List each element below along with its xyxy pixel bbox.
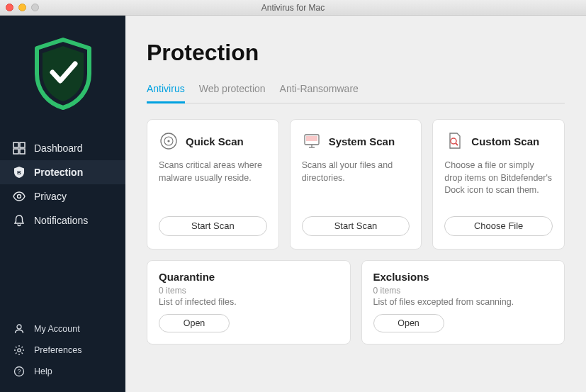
svg-point-12 xyxy=(167,140,169,142)
main: Protection Antivirus Web protection Anti… xyxy=(125,16,586,392)
tab-web-protection[interactable]: Web protection xyxy=(199,83,266,103)
svg-point-6 xyxy=(17,325,21,329)
tabs: Antivirus Web protection Anti-Ransomware xyxy=(147,83,565,103)
card-system-scan: System Scan Scans all your files and dir… xyxy=(290,119,422,250)
minimize-window-button[interactable] xyxy=(18,4,26,11)
nav-main: Dashboard B Protection Privacy Notificat… xyxy=(0,136,125,233)
sidebar-item-label: Help xyxy=(34,366,52,376)
traffic-lights xyxy=(6,4,39,11)
tab-antivirus[interactable]: Antivirus xyxy=(147,83,185,103)
card-title: Exclusions xyxy=(373,271,553,283)
open-quarantine-button[interactable]: Open xyxy=(159,314,230,332)
start-quick-scan-button[interactable]: Start Scan xyxy=(159,216,267,236)
sidebar-item-label: Privacy xyxy=(34,191,67,202)
card-title: System Scan xyxy=(329,135,395,147)
scan-cards-row: Quick Scan Scans critical areas where ma… xyxy=(147,119,565,250)
shield-icon: B xyxy=(13,166,26,179)
svg-line-18 xyxy=(456,143,458,145)
eye-icon xyxy=(13,190,26,203)
svg-point-7 xyxy=(18,349,21,352)
svg-rect-14 xyxy=(306,136,317,141)
fullscreen-window-button[interactable] xyxy=(31,4,39,11)
sidebar-item-my-account[interactable]: My Account xyxy=(0,318,125,340)
info-cards-row: Quarantine 0 items List of infected file… xyxy=(147,260,565,345)
gear-icon xyxy=(13,344,26,357)
target-icon xyxy=(159,131,179,151)
dashboard-icon xyxy=(13,142,26,155)
start-system-scan-button[interactable]: Start Scan xyxy=(302,216,410,236)
bell-icon xyxy=(13,214,26,227)
sidebar-item-label: My Account xyxy=(34,324,80,334)
sidebar-item-label: Protection xyxy=(34,167,83,178)
nav-bottom: My Account Preferences ? Help xyxy=(0,318,125,392)
svg-point-17 xyxy=(451,138,456,144)
tab-anti-ransomware[interactable]: Anti-Ransomware xyxy=(280,83,359,103)
open-exclusions-button[interactable]: Open xyxy=(373,314,444,332)
card-desc: Scans critical areas where malware usual… xyxy=(159,159,267,208)
card-title: Quarantine xyxy=(159,271,339,283)
app-logo xyxy=(0,30,125,136)
sidebar-item-privacy[interactable]: Privacy xyxy=(0,184,125,208)
card-desc: Scans all your files and directories. xyxy=(302,159,410,208)
svg-text:?: ? xyxy=(17,368,21,375)
sidebar-item-label: Preferences xyxy=(34,345,81,355)
shield-checkmark-icon xyxy=(31,37,95,111)
card-exclusions: Exclusions 0 items List of files excepte… xyxy=(361,260,565,345)
monitor-icon xyxy=(302,131,322,151)
file-search-icon xyxy=(444,131,464,151)
close-window-button[interactable] xyxy=(6,4,13,11)
items-count: 0 items xyxy=(373,286,553,296)
card-quick-scan: Quick Scan Scans critical areas where ma… xyxy=(147,119,279,250)
card-title: Quick Scan xyxy=(186,135,244,147)
sidebar-item-dashboard[interactable]: Dashboard xyxy=(0,136,125,160)
sidebar: Dashboard B Protection Privacy Notificat… xyxy=(0,16,125,392)
sidebar-item-label: Notifications xyxy=(34,215,88,226)
card-title: Custom Scan xyxy=(471,135,539,147)
choose-file-button[interactable]: Choose File xyxy=(444,216,553,236)
window-title: Antivirus for Mac xyxy=(0,3,586,13)
sidebar-item-notifications[interactable]: Notifications xyxy=(0,208,125,233)
svg-point-5 xyxy=(18,195,21,198)
titlebar: Antivirus for Mac xyxy=(0,0,586,16)
user-icon xyxy=(13,323,26,335)
card-desc: Choose a file or simply drop items on Bi… xyxy=(444,159,553,208)
card-desc: List of files excepted from scanning. xyxy=(373,297,553,307)
card-quarantine: Quarantine 0 items List of infected file… xyxy=(147,260,351,345)
help-icon: ? xyxy=(13,365,26,378)
sidebar-item-preferences[interactable]: Preferences xyxy=(0,340,125,361)
content: Dashboard B Protection Privacy Notificat… xyxy=(0,16,586,392)
items-count: 0 items xyxy=(159,286,339,296)
card-custom-scan: Custom Scan Choose a file or simply drop… xyxy=(432,119,565,250)
sidebar-item-protection[interactable]: B Protection xyxy=(0,160,125,184)
card-desc: List of infected files. xyxy=(159,297,339,307)
svg-text:B: B xyxy=(17,169,21,176)
svg-rect-3 xyxy=(20,149,25,154)
svg-rect-0 xyxy=(13,142,18,147)
svg-rect-1 xyxy=(20,142,25,147)
page-title: Protection xyxy=(147,40,565,66)
sidebar-item-help[interactable]: ? Help xyxy=(0,361,125,382)
svg-rect-2 xyxy=(13,149,18,154)
sidebar-item-label: Dashboard xyxy=(34,142,83,154)
